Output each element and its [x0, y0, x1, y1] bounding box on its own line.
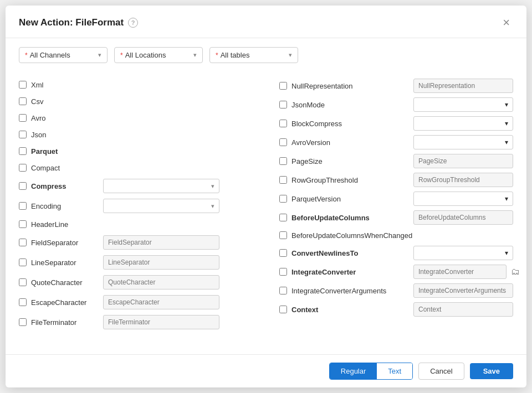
compact-row: Compact	[19, 159, 279, 176]
context-label: Context	[291, 306, 413, 314]
integrateconverter-input[interactable]	[413, 265, 507, 279]
json-row: Json	[19, 126, 279, 143]
blockcompress-checkbox[interactable]	[279, 120, 287, 127]
headerline-checkbox[interactable]	[19, 220, 27, 228]
compress-row: Compress ▾	[19, 176, 279, 196]
jsonmode-checkbox[interactable]	[279, 101, 287, 108]
fieldseparator-input[interactable]	[103, 235, 219, 250]
beforeupdatecolumns-row: BeforeUpdateColumns	[279, 208, 513, 227]
compress-select[interactable]: ▾	[103, 179, 219, 193]
parquetversion-label: ParquetVersion	[291, 195, 413, 203]
parquet-label: Parquet	[31, 147, 103, 156]
integrateconverterarguments-row: IntegrateConverterArguments	[279, 281, 513, 300]
pagesize-input[interactable]	[413, 154, 513, 168]
beforeupdatecolumns-checkbox[interactable]	[279, 214, 287, 221]
encoding-chevron: ▾	[211, 203, 214, 210]
regular-button[interactable]: Regular	[330, 363, 377, 379]
cancel-button[interactable]: Cancel	[418, 363, 464, 380]
context-row: Context	[279, 300, 513, 319]
convertnewlinesto-checkbox[interactable]	[279, 249, 287, 257]
integrateconverter-folder-button[interactable]: 🗂	[509, 266, 522, 278]
fileterminator-input[interactable]	[103, 315, 219, 329]
jsonmode-label: JsonMode	[291, 101, 413, 109]
beforeupdatecolumnswhenchanged-label: BeforeUpdateColumnsWhenChanged	[291, 231, 413, 240]
pagesize-row: PageSize	[279, 152, 513, 170]
integrateconverterarguments-input[interactable]	[413, 283, 513, 298]
avroversion-checkbox[interactable]	[279, 138, 287, 146]
close-button[interactable]: ×	[499, 15, 513, 30]
save-button[interactable]: Save	[470, 363, 513, 379]
encoding-select[interactable]: ▾	[103, 199, 219, 213]
integrateconverter-label: IntegrateConverter	[291, 268, 413, 276]
avro-checkbox[interactable]	[19, 114, 27, 122]
integrateconverter-checkbox[interactable]	[279, 268, 287, 276]
nullrepresentation-input[interactable]	[413, 79, 513, 93]
modal-header: New Action: FileFormat ? ×	[6, 6, 526, 38]
parquetversion-select[interactable]: ▾	[413, 192, 513, 206]
beforeupdatecolumnswhenchanged-row: BeforeUpdateColumnsWhenChanged	[279, 227, 513, 244]
blockcompress-row: BlockCompress ▾	[279, 114, 513, 133]
lineseparator-checkbox[interactable]	[19, 258, 27, 266]
rowgroupthreshold-checkbox[interactable]	[279, 176, 287, 184]
integrateconverterarguments-label: IntegrateConverterArguments	[291, 287, 413, 295]
nullrepresentation-checkbox[interactable]	[279, 82, 287, 90]
text-button[interactable]: Text	[377, 363, 412, 379]
mode-button-group: Regular Text	[329, 363, 413, 380]
avroversion-chevron: ▾	[505, 138, 508, 146]
escapecharacter-row: EscapeCharacter	[19, 292, 279, 312]
avroversion-select[interactable]: ▾	[413, 135, 513, 149]
pagesize-checkbox[interactable]	[279, 157, 287, 165]
parquet-row: Parquet	[19, 143, 279, 159]
csv-row: Csv	[19, 93, 279, 110]
csv-checkbox[interactable]	[19, 97, 27, 105]
encoding-checkbox[interactable]	[19, 202, 27, 210]
json-checkbox[interactable]	[19, 131, 27, 138]
parquetversion-chevron: ▾	[505, 195, 508, 203]
blockcompress-label: BlockCompress	[291, 120, 413, 128]
locations-filter[interactable]: *All Locations ▾	[114, 47, 203, 63]
avro-label: Avro	[31, 114, 103, 122]
fieldseparator-checkbox[interactable]	[19, 239, 27, 246]
rowgroupthreshold-input[interactable]	[413, 173, 513, 187]
blockcompress-select[interactable]: ▾	[413, 116, 513, 131]
beforeupdatecolumns-input[interactable]	[413, 210, 513, 225]
fieldseparator-row: FieldSeparator	[19, 232, 279, 252]
help-icon[interactable]: ?	[128, 18, 138, 28]
parquet-checkbox[interactable]	[19, 147, 27, 155]
convertnewlinesto-select[interactable]: ▾	[413, 246, 513, 260]
filter-row: *All Channels ▾ *All Locations ▾ *All ta…	[6, 38, 526, 69]
lineseparator-input[interactable]	[103, 255, 219, 270]
escapecharacter-input[interactable]	[103, 295, 219, 309]
fileterminator-checkbox[interactable]	[19, 318, 27, 326]
beforeupdatecolumns-label: BeforeUpdateColumns	[291, 214, 413, 222]
modal-body: Xml Csv Avro Json Parquet Compact	[6, 69, 526, 349]
compact-checkbox[interactable]	[19, 164, 27, 172]
jsonmode-select[interactable]: ▾	[413, 97, 513, 112]
quotecharacter-label: QuoteCharacter	[31, 278, 103, 287]
encoding-label: Encoding	[31, 202, 103, 210]
compress-checkbox[interactable]	[19, 182, 27, 190]
context-input[interactable]	[413, 302, 513, 317]
integrateconverter-input-group: 🗂	[413, 265, 522, 279]
title-text: New Action: FileFormat	[19, 17, 124, 28]
xml-checkbox[interactable]	[19, 81, 27, 89]
modal-footer: Regular Text Cancel Save	[6, 355, 526, 387]
right-column: NullRepresentation JsonMode ▾ BlockCompr…	[279, 76, 513, 349]
escapecharacter-checkbox[interactable]	[19, 298, 27, 306]
tables-filter[interactable]: *All tables ▾	[209, 47, 298, 63]
quotecharacter-checkbox[interactable]	[19, 278, 27, 286]
pagesize-label: PageSize	[291, 157, 413, 166]
xml-row: Xml	[19, 76, 279, 93]
jsonmode-chevron: ▾	[505, 101, 508, 108]
integrateconverterarguments-checkbox[interactable]	[279, 287, 287, 294]
parquetversion-checkbox[interactable]	[279, 195, 287, 203]
quotecharacter-input[interactable]	[103, 275, 219, 289]
fieldseparator-label: FieldSeparator	[31, 239, 103, 247]
context-checkbox[interactable]	[279, 306, 287, 313]
modal: New Action: FileFormat ? × *All Channels…	[6, 6, 526, 387]
channels-filter[interactable]: *All Channels ▾	[19, 47, 108, 63]
lineseparator-row: LineSeparator	[19, 252, 279, 272]
fileterminator-label: FileTerminator	[31, 318, 103, 327]
beforeupdatecolumnswhenchanged-checkbox[interactable]	[279, 231, 287, 239]
compress-chevron: ▾	[211, 183, 214, 190]
